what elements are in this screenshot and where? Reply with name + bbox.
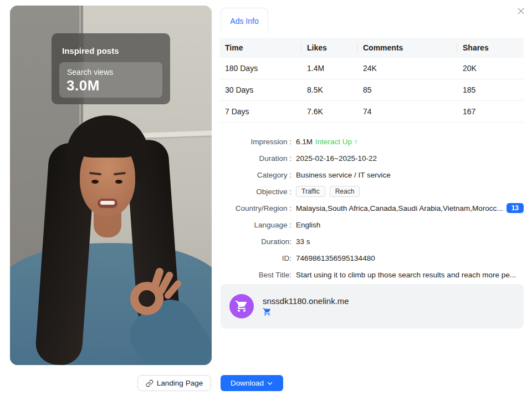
detail-label: Category : (219, 171, 291, 179)
landing-page-button[interactable]: Landing Page (137, 375, 211, 391)
detail-impression: Impression : 6.1M Interact Up ↑ (219, 133, 524, 150)
detail-category: Category : Business service / IT service (219, 166, 524, 183)
detail-duration-range: Duration : 2025-02-16~2025-10-22 (219, 150, 524, 166)
detail-label: Language : (219, 221, 291, 229)
best-title-value: Start using it to climb up those search … (296, 271, 516, 279)
tab-ads-info[interactable]: Ads Info (221, 8, 268, 33)
cell-comments: 74 (357, 107, 457, 116)
cell-comments: 24K (357, 64, 457, 73)
search-views-value: 3.0M (66, 77, 100, 94)
cell-likes: 7.6K (301, 107, 357, 116)
search-views-card: Search views 3.0M (59, 62, 162, 98)
cell-time: 30 Days (219, 85, 301, 94)
table-row: 30 Days 8.5K 85 185 (219, 79, 524, 101)
detail-country-region: Country/Region : Malaysia,South Africa,C… (219, 200, 524, 216)
landing-url[interactable]: snssdk1180.onelink.me (263, 296, 349, 306)
landing-link-card[interactable]: snssdk1180.onelink.me (221, 284, 524, 328)
ad-video-preview[interactable]: Inspired posts Search views 3.0M (10, 6, 212, 365)
detail-label: Objective : (219, 188, 291, 196)
link-icon (146, 379, 154, 387)
tab-label: Ads Info (230, 17, 258, 26)
ads-info-dialog: Inspired posts Search views 3.0M Ads Inf… (0, 0, 532, 400)
cell-shares: 167 (457, 107, 524, 116)
detail-duration-seconds: Duration: 33 s (219, 233, 524, 250)
cell-time: 7 Days (219, 107, 301, 116)
cart-icon[interactable] (263, 307, 349, 316)
download-label: Download (231, 379, 264, 387)
cell-shares: 185 (457, 85, 524, 94)
download-button[interactable]: Download (221, 375, 283, 391)
person-hair (77, 133, 138, 158)
detail-label: Duration : (219, 154, 291, 163)
detail-label: Best Title: (219, 271, 291, 279)
objective-tag-traffic: Traffic (296, 186, 325, 197)
search-views-label: Search views (67, 68, 113, 77)
detail-label: Country/Region : (219, 204, 291, 212)
chevron-down-icon (267, 380, 273, 387)
interact-up-indicator: Interact Up ↑ (315, 138, 358, 146)
table-row: 180 Days 1.4M 24K 20K (219, 58, 524, 79)
col-header-shares: Shares (457, 38, 524, 58)
cell-likes: 8.5K (301, 85, 357, 94)
landing-page-label: Landing Page (157, 379, 203, 387)
close-icon[interactable] (514, 4, 528, 18)
person-face (100, 201, 115, 205)
cell-shares: 20K (457, 64, 524, 73)
detail-id: ID: 7469861356595134480 (219, 250, 524, 266)
impression-value: 6.1M (296, 138, 313, 146)
detail-language: Language : English (219, 216, 524, 233)
duration-seconds-value: 33 s (296, 237, 310, 246)
overlay-title: Inspired posts (62, 46, 119, 55)
duration-range-value: 2025-02-16~2025-10-22 (296, 154, 377, 163)
detail-objective: Objective : Traffic Reach (219, 183, 524, 200)
cell-comments: 85 (357, 85, 457, 94)
col-header-time: Time (219, 38, 301, 58)
stats-table: Time Likes Comments Shares 180 Days 1.4M… (219, 38, 524, 123)
cell-likes: 1.4M (301, 64, 357, 73)
table-row: 7 Days 7.6K 74 167 (219, 101, 524, 123)
shopping-cart-avatar-icon (229, 294, 254, 318)
col-header-likes: Likes (301, 38, 357, 58)
video-stats-overlay: Inspired posts Search views 3.0M (52, 33, 170, 104)
country-list: Malaysia,South Africa,Canada,Saudi Arabi… (296, 204, 503, 212)
ad-details: Impression : 6.1M Interact Up ↑ Duration… (219, 133, 524, 283)
country-count-badge[interactable]: 13 (507, 203, 524, 213)
objective-tag-reach: Reach (330, 186, 360, 197)
stats-table-header: Time Likes Comments Shares (219, 38, 524, 58)
ad-id-value: 7469861356595134480 (296, 254, 375, 262)
cell-time: 180 Days (219, 64, 301, 73)
detail-label: Impression : (219, 138, 291, 146)
detail-label: ID: (219, 254, 291, 262)
person-face (115, 180, 122, 184)
category-value: Business service / IT service (296, 171, 391, 179)
col-header-comments: Comments (357, 38, 457, 58)
language-value: English (296, 221, 320, 229)
detail-best-title: Best Title: Start using it to climb up t… (219, 266, 524, 283)
person-face (91, 180, 99, 184)
detail-label: Duration: (219, 237, 291, 246)
